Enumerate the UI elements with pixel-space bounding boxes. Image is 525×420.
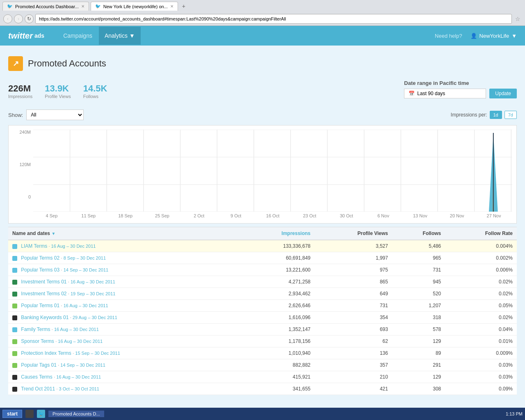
bookmark-icon[interactable]: ☆	[514, 15, 522, 23]
campaign-name-link[interactable]: Banking Keywords 01	[21, 315, 68, 320]
period-7d-button[interactable]: 7d	[504, 111, 517, 119]
cell-profile-views: 421	[315, 383, 392, 395]
campaign-name-link[interactable]: Protection Index Terms	[21, 350, 71, 356]
tab1-close[interactable]: ✕	[81, 4, 84, 9]
chart-y-0: 0	[13, 194, 33, 199]
campaign-name-link[interactable]: Causes Terms	[21, 374, 52, 380]
account-menu[interactable]: 👤 NewYorkLife ▼	[470, 33, 517, 39]
campaign-date-link[interactable]: 16 Aug – 30 Dec 2011	[64, 303, 108, 308]
campaign-name-link[interactable]: Trend Oct 2011	[21, 386, 55, 392]
cell-name: Banking Keywords 01 · 29 Aug – 30 Dec 20…	[8, 312, 240, 324]
cell-follows: 1,207	[392, 300, 445, 312]
campaign-name-link[interactable]: Family Terms	[21, 326, 50, 332]
cell-follows: 520	[392, 288, 445, 300]
campaign-name-link[interactable]: Popular Tags 01	[21, 362, 57, 368]
campaign-color-dot	[12, 375, 17, 380]
cell-profile-views: 649	[315, 288, 392, 300]
chart-svg	[33, 130, 512, 212]
cell-follows: 89	[392, 347, 445, 359]
cell-impressions: 341,655	[240, 383, 315, 395]
account-dropdown-icon: ▼	[511, 33, 517, 39]
campaign-name-link[interactable]: Popular Terms 03	[21, 267, 59, 273]
campaign-name-link[interactable]: Investment Terms 01	[21, 279, 66, 285]
campaign-date-link[interactable]: 14 Sep – 30 Dec 2011	[64, 267, 108, 272]
cell-follows: 308	[392, 383, 445, 395]
nav-campaigns[interactable]: Campaigns	[57, 27, 99, 45]
sort-icon-name[interactable]: ▼	[51, 231, 55, 236]
main-content: ↗ Promoted Accounts 226M Impressions 13.…	[0, 46, 525, 415]
forward-button[interactable]: ›	[14, 14, 23, 23]
cell-profile-views: 210	[315, 371, 392, 383]
col-name-label: Name and dates	[12, 231, 50, 236]
campaign-date-link[interactable]: 16 Aug – 30 Dec 2011	[71, 279, 115, 284]
back-button[interactable]: ‹	[3, 14, 12, 23]
campaign-name-link[interactable]: Popular Terms 02	[21, 255, 59, 261]
table-header: Name and dates ▼ Impressions Profile Vie…	[8, 227, 517, 240]
campaign-color-dot	[12, 304, 17, 308]
page-icon-arrow: ↗	[13, 59, 19, 68]
tab2-close[interactable]: ✕	[170, 4, 173, 9]
chart-x-9oct: 9 Oct	[217, 213, 254, 218]
chart-x-2oct: 2 Oct	[180, 213, 217, 218]
col-follow-rate: Follow Rate	[445, 227, 517, 240]
campaign-name-link[interactable]: Popular Terms 01	[21, 303, 59, 308]
campaign-date-link[interactable]: 15 Sep – 30 Dec 2011	[75, 351, 120, 356]
new-tab-button[interactable]: +	[180, 2, 188, 10]
campaign-date-link[interactable]: 14 Sep – 30 Dec 2011	[60, 363, 105, 368]
profile-views-value: 13.9K	[45, 83, 71, 94]
campaign-date-link[interactable]: 16 Aug – 30 Dec 2011	[58, 339, 103, 344]
chart-x-20nov: 20 Nov	[438, 213, 475, 218]
cell-impressions: 4,271,258	[240, 276, 315, 288]
chart-x-11sep: 11 Sep	[70, 213, 107, 218]
campaign-date-link[interactable]: 8 Sep – 30 Dec 2011	[64, 256, 106, 260]
impressions-per: Impressions per: 1d 7d	[451, 111, 517, 119]
account-icon: 👤	[470, 33, 477, 39]
campaign-name-link[interactable]: Investment Terms 02	[21, 291, 66, 297]
follows-label: Follows	[83, 94, 107, 99]
need-help-link[interactable]: Need help?	[435, 33, 462, 39]
impressions-stat: 226M Impressions	[8, 83, 32, 99]
taskbar-promoted-accounts[interactable]: Promoted Accounts D...	[48, 411, 104, 415]
browser-controls: ‹ › ↻ ☆	[0, 12, 525, 25]
campaign-date-link[interactable]: 16 Aug – 30 Dec 2011	[56, 374, 101, 379]
update-button[interactable]: Update	[489, 89, 517, 98]
campaign-date-link[interactable]: 16 Aug – 30 Dec 2011	[54, 327, 99, 332]
period-1d-button[interactable]: 1d	[490, 111, 502, 119]
date-range-label: Date range in Pacific time	[404, 80, 469, 86]
campaign-date-link[interactable]: 19 Sep – 30 Dec 2011	[71, 291, 115, 296]
refresh-button[interactable]: ↻	[25, 14, 34, 23]
follows-value: 14.5K	[83, 83, 107, 94]
cell-follow-rate: 0.01%	[445, 336, 517, 347]
campaign-date-link[interactable]: 16 Aug – 30 Dec 2011	[51, 244, 96, 249]
cell-name: Popular Terms 03 · 14 Sep – 30 Dec 2011	[8, 264, 240, 276]
taskbar-icon-1[interactable]	[25, 410, 34, 415]
analytics-label: Analytics	[105, 32, 128, 39]
chart-x-23oct: 23 Oct	[291, 213, 328, 218]
cell-follow-rate: 0.05%	[445, 300, 517, 312]
table-row: Popular Terms 01 · 16 Aug – 30 Dec 2011 …	[8, 300, 517, 312]
start-button[interactable]: start	[2, 410, 22, 415]
table-row: Popular Tags 01 · 14 Sep – 30 Dec 2011 8…	[8, 359, 517, 371]
table-row: Investment Terms 02 · 19 Sep – 30 Dec 20…	[8, 288, 517, 300]
date-range-input[interactable]: 📅 Last 90 days	[404, 89, 486, 98]
campaign-date-link[interactable]: 3 Oct – 30 Oct 2011	[59, 386, 99, 391]
browser-tab-2[interactable]: 🐦 New York Life (newyorklife) on... ✕	[91, 2, 178, 11]
campaign-name-link[interactable]: Sponsor Terms	[21, 338, 54, 344]
campaign-name-link[interactable]: LIAM Terms	[21, 243, 47, 249]
campaign-date-link[interactable]: 29 Aug – 30 Dec 2011	[73, 315, 117, 320]
browser-tab-1[interactable]: 🐦 Promoted Accounts Dashboar... ✕	[2, 2, 89, 11]
cell-name: LIAM Terms · 16 Aug – 30 Dec 2011	[8, 240, 240, 252]
show-select[interactable]: All Campaign 1	[26, 110, 84, 120]
table-row: Sponsor Terms · 16 Aug – 30 Dec 2011 1,1…	[8, 336, 517, 347]
chart-x-13nov: 13 Nov	[402, 213, 438, 218]
tab1-title: Promoted Accounts Dashboar...	[15, 4, 79, 9]
cell-follows: 945	[392, 276, 445, 288]
campaign-color-dot	[12, 256, 17, 261]
campaign-color-dot	[12, 327, 17, 332]
cell-name: Causes Terms · 16 Aug – 30 Dec 2011	[8, 371, 240, 383]
cell-name: Family Terms · 16 Aug – 30 Dec 2011	[8, 324, 240, 336]
address-bar[interactable]	[35, 14, 512, 24]
nav-analytics[interactable]: Analytics ▼	[99, 27, 141, 45]
taskbar-icon-2[interactable]: 🐦	[37, 410, 45, 415]
chart-x-25sep: 25 Sep	[144, 213, 181, 218]
